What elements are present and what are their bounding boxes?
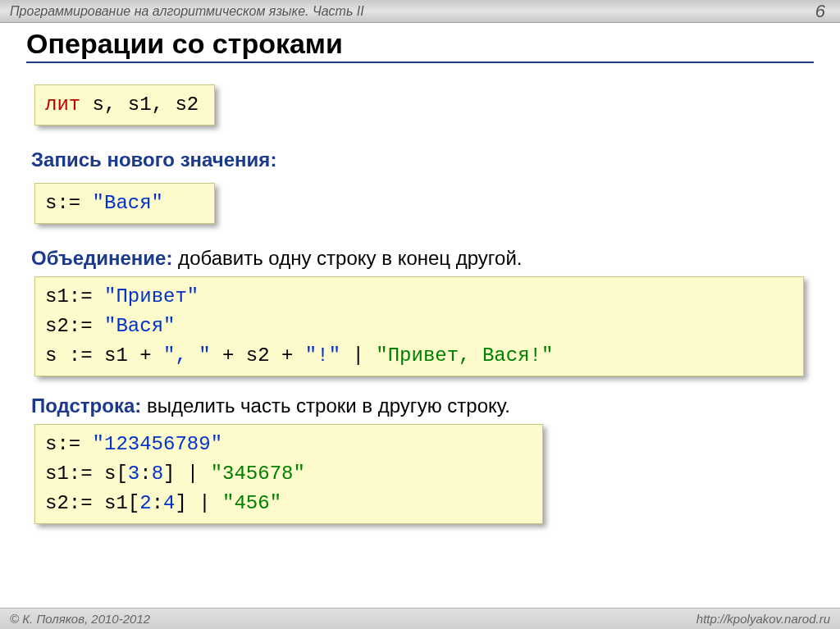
concat-l3c: + s2 + [211, 344, 305, 367]
concat-l3f: "Привет, Вася!" [376, 344, 553, 367]
sub-l3b: 2 [139, 492, 151, 514]
concat-l3a: s := s1 + [45, 344, 163, 367]
sub-l3a: s2:= s1[ [45, 492, 139, 514]
code-concat: s1:= "Привет" s2:= "Вася" s := s1 + ", "… [34, 276, 804, 376]
concat-l2b: "Вася" [104, 315, 175, 337]
footer-copyright: © К. Поляков, 2010-2012 [10, 612, 150, 626]
code-assign: s:= "Вася" [34, 183, 215, 224]
sub-l3e: ] | [175, 492, 222, 514]
header-title: Программирование на алгоритмическом язык… [10, 4, 364, 19]
code-substr: s:= "123456789" s1:= s[3:8] | "345678" s… [34, 424, 543, 524]
section-substr-label: Подстрока: [31, 394, 141, 417]
footer-bar: © К. Поляков, 2010-2012 http://kpolyakov… [0, 608, 840, 629]
section-substr-rest: выделить часть строки в другую строку. [141, 394, 510, 417]
sub-l3d: 4 [163, 492, 175, 514]
section-concat-label: Объединение: [31, 247, 172, 269]
header-bar: Программирование на алгоритмическом язык… [0, 0, 840, 23]
slide-title: Операции со строками [26, 28, 814, 63]
sub-l1a: s:= [45, 433, 93, 455]
sub-l2a: s1:= s[ [45, 463, 128, 485]
section-assign-label: Запись нового значения: [31, 148, 276, 171]
sub-l2c: : [139, 463, 151, 485]
sub-l2e: ] | [163, 463, 211, 485]
concat-l1b: "Привет" [104, 285, 199, 308]
page-number: 6 [815, 1, 825, 22]
footer-url: http://kpolyakov.narod.ru [696, 612, 830, 626]
sub-l2d: 8 [152, 463, 163, 485]
section-assign: Запись нового значения: [31, 148, 814, 171]
sub-l2b: 3 [128, 463, 139, 485]
concat-l3b: ", " [163, 344, 211, 367]
keyword-lit: лит [45, 93, 80, 116]
sub-l2f: "345678" [211, 463, 305, 485]
concat-l1a: s1:= [45, 285, 104, 308]
section-substr: Подстрока: выделить часть строки в другу… [31, 394, 814, 417]
concat-l2a: s2:= [45, 315, 104, 337]
decl-vars: s, s1, s2 [80, 93, 199, 116]
concat-l3e: | [340, 344, 376, 367]
assign-val: "Вася" [93, 192, 163, 214]
section-concat: Объединение: добавить одну строку в коне… [31, 247, 814, 270]
concat-l3d: "!" [305, 344, 340, 367]
section-concat-rest: добавить одну строку в конец другой. [172, 247, 522, 269]
sub-l1b: "123456789" [93, 433, 222, 455]
slide-content: Операции со строками лит s, s1, s2 Запис… [0, 23, 840, 524]
sub-l3c: : [152, 492, 163, 514]
code-declaration: лит s, s1, s2 [34, 84, 215, 125]
sub-l3f: "456" [222, 492, 281, 514]
assign-lhs: s:= [45, 192, 93, 214]
